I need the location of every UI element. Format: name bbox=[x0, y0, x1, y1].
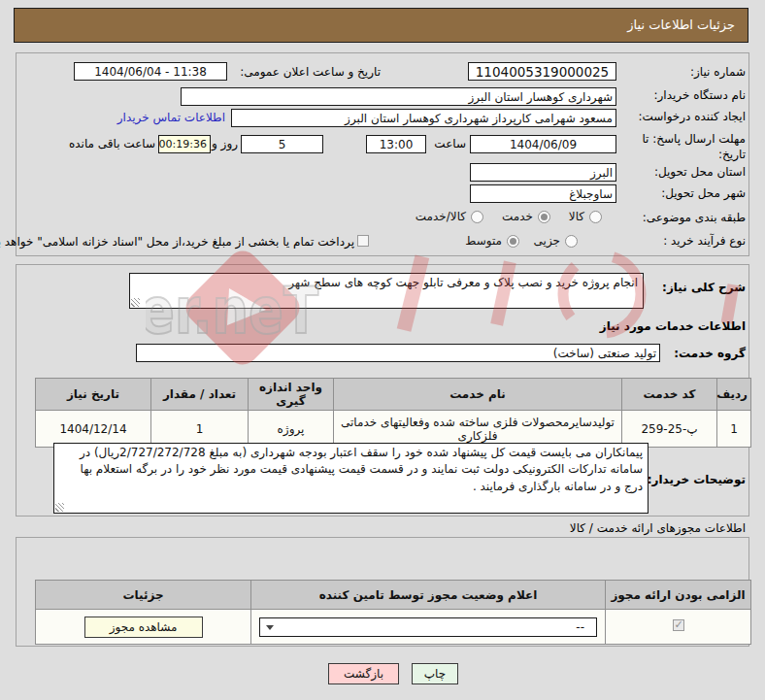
col-header-details: جزئیات bbox=[36, 581, 251, 610]
col-header-mandatory: الزامی بودن ارائه مجوز bbox=[606, 581, 751, 610]
col-header-service-code: کد خدمت bbox=[622, 379, 717, 411]
remaining-time-field: 00:19:36 bbox=[158, 135, 211, 153]
request-creator-label: ایجاد کننده درخواست: bbox=[638, 110, 746, 123]
need-number-field[interactable]: 1104005319000025 bbox=[468, 62, 616, 81]
delivery-city-field[interactable]: ساوجبلاغ bbox=[470, 184, 616, 203]
treasury-checkbox[interactable] bbox=[357, 235, 369, 247]
page-title: جزئیات اطلاعات نیاز bbox=[627, 17, 735, 32]
service-table-row: 1 پ-25-259 تولیدسایرمحصولات فلزی ساخته ش… bbox=[36, 411, 751, 448]
col-header-row-no: ردیف bbox=[717, 379, 751, 411]
cell-service-code: پ-25-259 bbox=[622, 411, 717, 448]
delivery-city-label: شهر محل تحویل: bbox=[661, 186, 746, 200]
radio-label: جزیی bbox=[534, 234, 560, 248]
radio-label: کالا bbox=[569, 210, 584, 223]
permits-table: الزامی بودن ارائه مجوز اعلام وضعیت مجوز … bbox=[35, 580, 751, 645]
mandatory-permit-checkbox bbox=[673, 619, 684, 631]
cell-need-date: 1404/12/14 bbox=[36, 411, 151, 448]
service-group-field[interactable]: تولید صنعتی (ساخت) bbox=[136, 344, 660, 362]
cell-details: مشاهده مجوز bbox=[36, 610, 251, 645]
need-number-label: شماره نیاز: bbox=[690, 65, 746, 79]
delivery-province-label: استان محل تحویل: bbox=[654, 165, 746, 179]
cell-row-no: 1 bbox=[717, 411, 751, 448]
back-button[interactable]: بازگشت bbox=[328, 663, 399, 684]
radio-option-partial[interactable]: جزیی bbox=[534, 234, 578, 248]
permits-section-title: اطلاعات مجوزهای ارائه خدمت / کالا bbox=[570, 521, 746, 535]
permit-status-select[interactable]: -- bbox=[259, 617, 597, 637]
radio-label: متوسط bbox=[465, 234, 502, 248]
process-type-label: نوع فرآیند خرید : bbox=[663, 234, 746, 248]
request-creator-field[interactable]: مسعود شهرامی کارپرداز شهرداری کوهسار است… bbox=[231, 109, 616, 127]
print-button[interactable]: چاپ bbox=[412, 663, 458, 684]
buyer-notes-text: پیمانکاران می بایست قیمت کل پیشنهاد شده … bbox=[80, 446, 643, 493]
announce-datetime-field[interactable]: 11:38 - 1404/06/04 bbox=[74, 62, 227, 81]
cell-quantity: 1 bbox=[151, 411, 249, 448]
deadline-date-field[interactable]: 1404/06/09 bbox=[470, 135, 616, 153]
selected-option: -- bbox=[576, 620, 584, 634]
radio-icon[interactable] bbox=[589, 211, 602, 223]
radio-icon[interactable] bbox=[507, 235, 519, 248]
deadline-time-field[interactable]: 13:00 bbox=[366, 135, 426, 153]
service-group-label: گروه خدمت: bbox=[674, 347, 746, 360]
radio-icon[interactable] bbox=[538, 211, 550, 223]
buyer-contact-link[interactable]: اطلاعات تماس خریدار bbox=[117, 111, 225, 124]
radio-option-medium[interactable]: متوسط bbox=[465, 234, 519, 248]
radio-icon[interactable] bbox=[565, 235, 578, 248]
radio-option-goods[interactable]: کالا bbox=[569, 210, 602, 223]
col-header-permit-status: اعلام وضعیت مجوز توسط تامین کننده bbox=[251, 581, 606, 610]
permit-table-row: -- مشاهده مجوز bbox=[36, 610, 751, 645]
resize-handle-icon[interactable] bbox=[131, 298, 140, 307]
need-details-page: جزئیات اطلاعات نیاز شماره نیاز: 11040053… bbox=[0, 0, 765, 700]
remaining-hours-label: ساعت باقی مانده bbox=[69, 137, 155, 150]
radio-label: خدمت bbox=[502, 210, 533, 223]
delivery-province-field[interactable]: البرز bbox=[470, 163, 616, 182]
col-header-need-date: تاریخ نیاز bbox=[36, 379, 151, 411]
radio-icon[interactable] bbox=[471, 211, 483, 223]
response-deadline-label: مهلت ارسال پاسخ: تا تاریخ: bbox=[639, 132, 746, 162]
need-description-textarea[interactable]: انجام پروژه خرید و نصب پلاک و معرفی تابل… bbox=[129, 273, 644, 309]
cell-unit: پروژه bbox=[249, 411, 334, 448]
hour-label: ساعت bbox=[434, 137, 466, 150]
page-header-bar: جزئیات اطلاعات نیاز bbox=[14, 8, 748, 43]
radio-option-service[interactable]: خدمت bbox=[502, 210, 550, 223]
col-header-service-name: نام خدمت bbox=[334, 379, 622, 411]
days-and-label: روز و bbox=[212, 137, 238, 150]
services-table: ردیف کد خدمت نام خدمت واحد اندازه گیری ت… bbox=[35, 378, 751, 448]
radio-option-goods-service[interactable]: کالا/خدمت bbox=[416, 210, 483, 223]
need-description-label: شرح کلی نیاز: bbox=[662, 281, 746, 294]
chevron-down-icon bbox=[266, 625, 274, 630]
col-header-unit: واحد اندازه گیری bbox=[249, 379, 334, 411]
services-section-title: اطلاعات خدمات مورد نیاز bbox=[600, 319, 746, 333]
col-header-quantity: تعداد / مقدار bbox=[151, 379, 249, 411]
view-permit-button[interactable]: مشاهده مجوز bbox=[84, 617, 203, 638]
radio-label: کالا/خدمت bbox=[416, 210, 466, 223]
cell-permit-status: -- bbox=[251, 610, 606, 645]
buyer-notes-textarea[interactable]: پیمانکاران می بایست قیمت کل پیشنهاد شده … bbox=[53, 443, 649, 514]
remaining-days-field: 5 bbox=[241, 135, 323, 153]
announce-datetime-label: تاریخ و ساعت اعلان عمومی: bbox=[240, 65, 381, 79]
buyer-org-label: نام دستگاه خریدار: bbox=[654, 88, 747, 102]
treasury-checkbox-label: پرداخت تمام یا بخشی از مبلغ خرید،از محل … bbox=[0, 235, 354, 249]
classification-label: طبقه بندی موضوعی: bbox=[643, 211, 746, 224]
cell-mandatory bbox=[606, 610, 751, 645]
buyer-org-field[interactable]: شهرداری کوهسار استان البرز bbox=[181, 87, 616, 106]
cell-service-name: تولیدسایرمحصولات فلزی ساخته شده وفعالیته… bbox=[334, 411, 622, 448]
buyer-notes-label: توضیحات خریدار: bbox=[648, 473, 746, 486]
resize-handle-icon[interactable] bbox=[55, 503, 64, 512]
need-description-text: انجام پروژه خرید و نصب پلاک و معرفی تابل… bbox=[288, 276, 638, 289]
